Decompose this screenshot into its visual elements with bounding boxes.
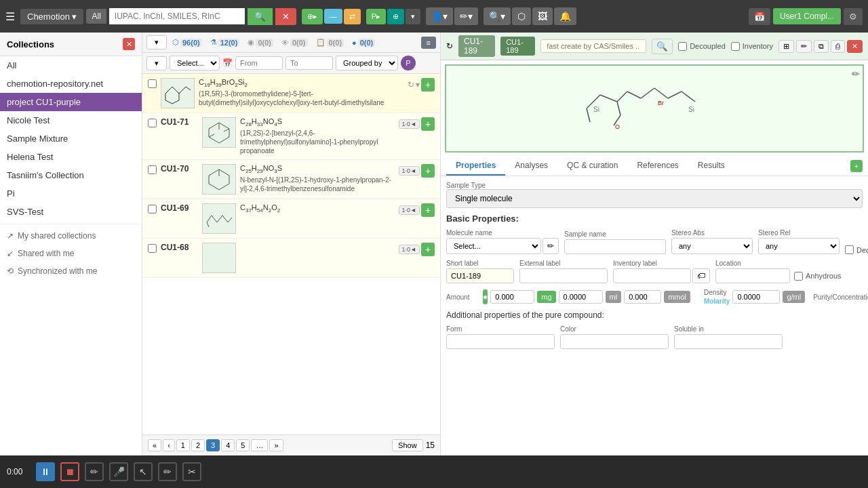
stereo-rel-select[interactable]: any (758, 238, 840, 254)
stereo-abs-select[interactable]: any (671, 238, 753, 254)
detail-grid-button[interactable]: ⊞ (778, 40, 794, 53)
sidebar-item-svs-test[interactable]: SVS-Test (0, 203, 142, 221)
anhydrous-checkbox[interactable] (794, 272, 803, 281)
sidebar-item-all[interactable]: All (0, 56, 142, 75)
main-search-input[interactable] (109, 8, 245, 24)
location-input[interactable] (715, 268, 790, 283)
user-filter-button[interactable]: P (401, 56, 416, 70)
expand-button[interactable]: ▾ (416, 80, 420, 89)
detail-copy-button[interactable]: ⧉ (814, 40, 829, 53)
stat-item3[interactable]: ◉ 0(0) (245, 37, 276, 48)
sample-checkbox[interactable] (148, 79, 157, 88)
calendar-button[interactable]: 📅 (749, 8, 770, 25)
stat-item5[interactable]: 📋 0(0) (313, 37, 347, 48)
list-item[interactable]: CU1-70 C25H29NO3S N-benzyl-N-[(1R,2S)-1-… (142, 160, 440, 199)
external-label-input[interactable] (519, 268, 608, 283)
create-blue-button[interactable]: — (324, 9, 342, 24)
tab-results[interactable]: Results (688, 157, 734, 176)
add-sample-button[interactable]: + (421, 203, 435, 217)
soluble-input[interactable] (674, 334, 783, 349)
stop-button[interactable]: ⏹ (60, 462, 79, 481)
list-item[interactable]: CU1-71 C28H33NO4S (1R,2S)-2-[benzyl-(2,4… (142, 113, 440, 160)
settings-button[interactable]: ⚙ (844, 8, 863, 25)
detail-search-input[interactable] (540, 39, 646, 53)
bell-button[interactable]: 🔔 (554, 7, 576, 25)
user-group-button[interactable]: 👤▾ (426, 7, 453, 25)
molecule-edit-button[interactable]: ✏ (852, 68, 860, 79)
page-first-button[interactable]: « (148, 439, 161, 451)
create-orange-button[interactable]: ⇄ (344, 9, 361, 24)
short-label-input[interactable] (446, 268, 514, 283)
filter-dropdown-button[interactable]: ▾ (146, 56, 167, 70)
menu-icon[interactable]: ☰ (5, 10, 15, 23)
zoom-button[interactable]: 🔍▾ (484, 7, 511, 25)
list-item[interactable]: CU1-69 C37H54N2O2 1·0◄ + (142, 199, 440, 239)
color-input[interactable] (560, 334, 669, 349)
molecule-name-edit-button[interactable]: ✏ (542, 238, 559, 254)
sample-type-select[interactable]: Single molecule (446, 189, 863, 208)
density-input[interactable] (732, 290, 780, 304)
tab-properties[interactable]: Properties (446, 157, 505, 176)
amount-ml-button[interactable]: ml (606, 291, 622, 303)
pointer-button[interactable]: ↖ (134, 462, 153, 481)
stat-item4[interactable]: 👁 0(0) (279, 37, 311, 48)
detail-share-button[interactable]: ⎙ (831, 40, 845, 53)
amount-toggle-button[interactable]: ● (483, 289, 488, 304)
rotate-button[interactable]: ↻ (408, 80, 414, 89)
search-submit-button[interactable]: 🔍 (248, 8, 273, 25)
detail-delete-button[interactable]: ✕ (847, 40, 863, 53)
sidebar-item-pi[interactable]: Pi (0, 184, 142, 203)
page-1-button[interactable]: 1 (176, 439, 190, 451)
detail-search-button[interactable]: 🔍 (652, 39, 673, 54)
inventory-checkbox[interactable] (731, 42, 740, 51)
sample-checkbox[interactable] (148, 165, 157, 174)
decoupled-checkbox[interactable] (678, 42, 687, 51)
tab-qc-curation[interactable]: QC & curation (557, 157, 627, 176)
decoupled-check[interactable] (845, 245, 854, 254)
annotate-button[interactable]: ✏ (85, 462, 104, 481)
page-2-button[interactable]: 2 (191, 439, 205, 451)
sidebar-item-project-cu1[interactable]: project CU1-purple (0, 93, 142, 111)
sample-checkbox[interactable] (148, 244, 157, 253)
amount-mmol-input[interactable] (624, 290, 661, 304)
list-dropdown-button[interactable]: ▾ (146, 35, 167, 49)
date-to-input[interactable] (285, 56, 333, 70)
sidebar-shared-with-me[interactable]: ↙ Shared with me (0, 245, 142, 262)
molecule-name-select[interactable]: Select... (446, 238, 541, 254)
edit-button[interactable]: ✏▾ (454, 7, 478, 25)
stat-item6[interactable]: ● 0(0) (349, 37, 378, 48)
add-sample-button[interactable]: + (421, 164, 435, 178)
sidebar-item-sample-mixture[interactable]: Sample Mixture (0, 129, 142, 148)
add-sample-button[interactable]: + (421, 117, 435, 131)
filter-select[interactable]: Select... (170, 56, 220, 70)
brand-button[interactable]: Chemotion ▾ (20, 9, 83, 24)
sample-checkbox[interactable] (148, 119, 157, 127)
sort-options-button[interactable]: ≡ (421, 37, 436, 49)
sidebar-my-shared-collections[interactable]: ↗ My shared collections (0, 227, 142, 245)
collections-close-button[interactable]: ✕ (123, 38, 135, 50)
inventory-label-input[interactable] (613, 268, 691, 283)
sample-checkbox[interactable] (148, 205, 157, 214)
stat-samples[interactable]: ⬡ 96(0) (170, 37, 205, 48)
page-5-button[interactable]: 5 (236, 439, 250, 451)
sidebar-synchronized[interactable]: ⟲ Synchronized with me (0, 262, 142, 280)
page-last-button[interactable]: » (269, 439, 283, 451)
inventory-tag-button[interactable]: 🏷 (692, 268, 710, 283)
structure-button[interactable]: ⬡ (512, 7, 531, 25)
sidebar-item-chemotion[interactable]: chemotion-repository.net (0, 75, 142, 93)
search-clear-button[interactable]: ✕ (275, 8, 296, 25)
show-button[interactable]: Show (392, 439, 423, 451)
page-4-button[interactable]: 4 (221, 439, 235, 451)
sidebar-item-tasniim[interactable]: Tasniim's Collection (0, 166, 142, 184)
sidebar-item-helena[interactable]: Helena Test (0, 148, 142, 166)
add-sample-button[interactable]: + (421, 243, 435, 256)
image-button[interactable]: 🖼 (532, 7, 553, 25)
tab-analyses[interactable]: Analyses (505, 157, 557, 176)
list-item[interactable]: C19H39BrO2Si2 (1R,5R)-3-(bromomethyliden… (142, 74, 440, 113)
date-from-input[interactable] (235, 56, 283, 70)
amount-mmol-button[interactable]: mmol (664, 291, 690, 303)
sidebar-item-nicole[interactable]: Nicole Test (0, 111, 142, 129)
grouped-by-select[interactable]: Grouped by (336, 56, 398, 70)
pause-button[interactable]: ⏸ (36, 462, 55, 481)
form-input[interactable] (446, 334, 555, 349)
